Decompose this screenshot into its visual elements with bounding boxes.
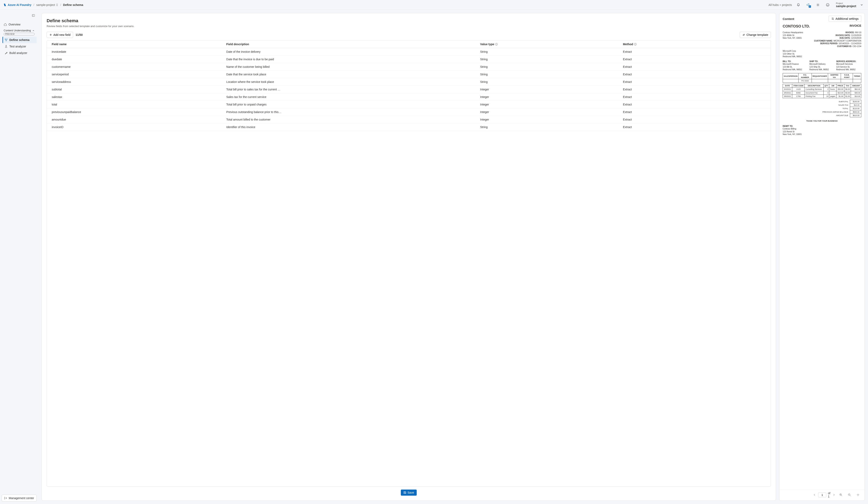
invoice-company: CONTOSO LTD. (783, 24, 810, 29)
announcements-button[interactable]: 1 (805, 2, 812, 8)
table-row[interactable]: invoicedateDate of the invoice deliveryS… (47, 48, 771, 55)
cell-method: Extract (623, 80, 766, 83)
invoice-document: CONTOSO LTD. INVOICE Contoso Headquarter… (783, 24, 861, 136)
table-row[interactable]: totalTotal bill prior to unpaid chargesI… (47, 101, 771, 108)
cell-method: Extract (623, 110, 766, 114)
project-switcher[interactable]: Project sample-project (834, 1, 865, 9)
top-header: Azure AI Foundry / sample-project / Defi… (0, 0, 868, 10)
table-row[interactable]: invoiceIDIdentifier of this invoiceStrin… (47, 123, 771, 131)
exit-icon (4, 496, 7, 500)
svg-rect-15 (635, 44, 636, 45)
save-button[interactable]: Save (401, 490, 417, 496)
svg-point-2 (826, 3, 829, 6)
page-total: of 1 (828, 492, 830, 498)
settings-button[interactable] (815, 2, 821, 8)
ship-to: SHIP TO:Microsoft Delivery123 Ship St,Re… (809, 60, 834, 71)
table-row[interactable]: customernameName of the customer being b… (47, 63, 771, 71)
cell-type: Integer (480, 88, 623, 91)
management-center-button[interactable]: Management center (2, 495, 37, 502)
flask-icon (4, 45, 8, 48)
sidebar-section-content[interactable]: Content Understanding (2, 28, 37, 32)
sidebar-item-build-analyzer[interactable]: Build analyzer (2, 50, 37, 56)
hubs-link[interactable]: All hubs + projects (768, 3, 792, 7)
table-row[interactable]: subtotalTotal bill prior to sales tax fo… (47, 86, 771, 93)
cell-desc: Total amount billed to the customer (226, 118, 480, 121)
cell-type: String (480, 65, 623, 69)
document-preview[interactable]: CONTOSO LTD. INVOICE Contoso Headquarter… (779, 24, 865, 490)
cell-type: String (480, 50, 623, 53)
zoom-in-icon (839, 493, 843, 496)
col-value-type: Value type (480, 43, 623, 46)
invoice-thanks: THANK YOU FOR YOUR BUSINESS! (783, 120, 861, 122)
header-right: All hubs + projects 1 Project sample-pro… (768, 1, 865, 9)
cell-desc: Sales tax for the current service (226, 95, 480, 99)
page-subtitle: Review fields from selected template and… (46, 25, 771, 28)
cell-desc: Total bill prior to sales tax for the cu… (226, 88, 480, 91)
zoom-in-button[interactable] (838, 492, 844, 498)
cell-method: Extract (623, 73, 766, 76)
crumb-sep: / (33, 3, 34, 7)
brand[interactable]: Azure AI Foundry (3, 3, 31, 7)
page-input[interactable] (818, 493, 826, 497)
cell-name: subtotal (52, 88, 226, 91)
sidebar-item-label: Build analyzer (9, 51, 27, 54)
page-title: Define schema (46, 18, 771, 23)
cell-name: duedate (52, 58, 226, 61)
sidebar-item-test-analyzer[interactable]: Test analyzer (2, 43, 37, 50)
save-icon (403, 491, 406, 494)
table-row[interactable]: serviceperiodDate that the service took … (47, 71, 771, 78)
invoice-meta: INVOICE: INV-10INVOICE DATE: 11/15/2019D… (814, 31, 861, 48)
svg-marker-0 (4, 4, 6, 6)
table-row[interactable]: previousunpaidbalancePrevious outstandin… (47, 108, 771, 116)
plus-icon (49, 33, 52, 36)
hq-address: Contoso Headquarters123 456th StNew York… (783, 31, 803, 48)
schema-table-header: Field name Field description Value type … (47, 41, 771, 48)
invoice-word: INVOICE (849, 24, 861, 28)
sidebar-item-label: Test analyzer (9, 45, 26, 48)
save-bar: Save (46, 487, 771, 496)
sidebar: Overview Content Understanding PREVIEW D… (0, 10, 38, 504)
cell-type: String (480, 73, 623, 76)
table-row[interactable]: amountdueTotal amount billed to the cust… (47, 116, 771, 123)
collapse-sidebar-button[interactable] (30, 12, 37, 19)
zoom-out-button[interactable] (846, 492, 853, 498)
cell-type: String (480, 80, 623, 83)
table-row[interactable]: serviceaddressLocation where the service… (47, 78, 771, 86)
feedback-button[interactable] (824, 2, 831, 8)
field-counter: 11/50 (75, 33, 83, 37)
gear-icon (816, 3, 820, 7)
additional-settings-label: Additional settings (835, 17, 859, 20)
svg-point-11 (496, 43, 497, 44)
table-row[interactable]: salestaxSales tax for the current servic… (47, 93, 771, 101)
breadcrumb-project-label: sample-project (36, 3, 55, 7)
swap-icon (742, 33, 745, 36)
table-row[interactable]: duedateDate that the invoice is due to b… (47, 55, 771, 63)
brand-text: Azure AI Foundry (8, 3, 31, 7)
sidebar-item-label: Management center (9, 496, 34, 500)
next-page-button[interactable] (832, 493, 836, 497)
cell-desc: Previous outstanding balance prior to th… (226, 110, 480, 114)
additional-settings-button[interactable]: Additional settings (829, 16, 861, 22)
sidebar-item-label: Overview (9, 23, 20, 26)
cell-name: total (52, 103, 226, 106)
chevron-left-icon (813, 494, 816, 496)
cell-desc: Identifier of this invoice (226, 125, 480, 129)
sidebar-item-define-schema[interactable]: Define schema (2, 37, 37, 43)
notifications-button[interactable] (795, 2, 802, 8)
preview-footer: of 1 (779, 490, 865, 498)
sliders-icon (831, 17, 834, 20)
cell-desc: Date that the invoice is due to be paid (226, 58, 480, 61)
chevron-right-icon (833, 494, 835, 496)
col-field-desc: Field description (226, 43, 480, 46)
cell-method: Extract (623, 88, 766, 91)
add-field-button[interactable]: Add new field (46, 32, 73, 38)
prev-page-button[interactable] (813, 493, 816, 497)
sidebar-item-overview[interactable]: Overview (2, 21, 37, 28)
change-template-button[interactable]: Change template (740, 32, 771, 38)
info-icon[interactable] (634, 43, 637, 45)
sidebar-item-label: Define schema (9, 38, 30, 42)
info-icon[interactable] (495, 43, 498, 45)
breadcrumb-project[interactable]: sample-project (36, 3, 58, 7)
fit-button[interactable] (855, 492, 861, 498)
sidebar-section-label: Content Understanding (4, 29, 31, 32)
